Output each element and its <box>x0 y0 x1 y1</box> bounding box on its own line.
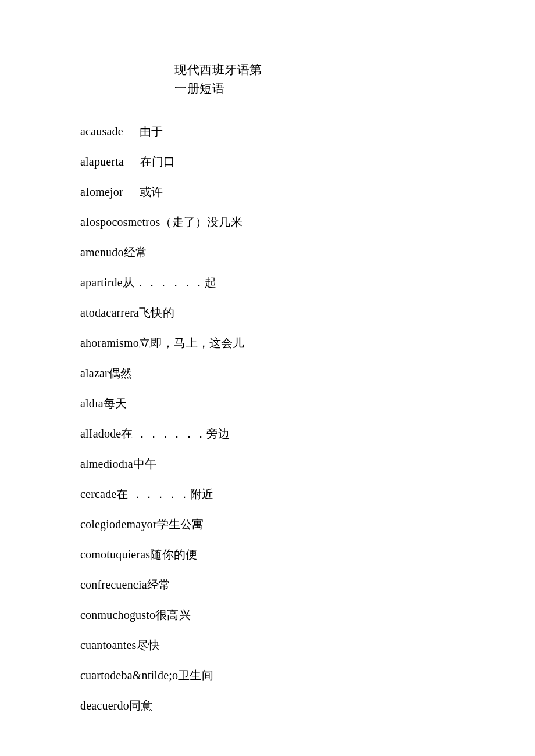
term: cercade <box>80 488 116 500</box>
document-title: 现代西班牙语第 一册短语 <box>174 61 455 98</box>
vocabulary-entry: apartirde从．．．．．．起 <box>80 275 455 289</box>
vocabulary-entry: almediodıa中午 <box>80 457 455 471</box>
term: conmuchogusto <box>80 608 155 621</box>
term: deacuerdo <box>80 699 129 712</box>
vocabulary-entry: ahoramismo立即，马上，这会儿 <box>80 336 455 350</box>
vocabulary-entry: comotuquieras随你的便 <box>80 547 455 561</box>
definition: 卫生间 <box>178 669 213 682</box>
definition: 或许 <box>140 185 163 198</box>
vocabulary-entry: aIospocosmetros（走了）没几米 <box>80 215 455 229</box>
term: amenudo <box>80 246 124 259</box>
definition: 很高兴 <box>155 608 191 621</box>
vocabulary-entry: confrecuencia经常 <box>80 578 455 592</box>
definition: 同意 <box>129 699 152 712</box>
vocabulary-list: acausade由于alapuerta在门口aIomejor或许aIospoco… <box>80 124 455 729</box>
vocabulary-entry: alIadode在 ．．．．．．旁边 <box>80 427 455 440</box>
vocabulary-entry: cuantoantes尽快 <box>80 638 455 652</box>
definition: 经常 <box>124 246 147 259</box>
term: alIadode <box>80 427 121 440</box>
term: alapuerta <box>80 155 124 168</box>
definition: 从．．．．．．起 <box>123 276 217 289</box>
term: aIomejor <box>80 185 123 198</box>
vocabulary-entry: acausade由于 <box>80 124 455 138</box>
term: apartirde <box>80 276 123 289</box>
vocabulary-entry: aIomejor或许 <box>80 185 455 199</box>
term: aIospocosmetros <box>80 216 160 228</box>
vocabulary-entry: aldıa每天 <box>80 396 455 410</box>
definition: 立即，马上，这会儿 <box>139 336 245 349</box>
definition: 中午 <box>133 457 156 470</box>
vocabulary-entry: alapuerta在门口 <box>80 155 455 169</box>
vocabulary-entry: amenudo经常 <box>80 245 455 259</box>
title-line-2: 一册短语 <box>174 80 455 98</box>
term: ahoramismo <box>80 336 139 349</box>
definition: 偶然 <box>109 367 132 379</box>
term: comotuquieras <box>80 548 150 561</box>
term: acausade <box>80 125 123 138</box>
vocabulary-entry: cuartodeba&ntilde;o卫生间 <box>80 668 455 682</box>
term: confrecuencia <box>80 578 147 591</box>
vocabulary-entry: cercade在 ．．．．．附近 <box>80 487 455 501</box>
definition: 每天 <box>104 397 127 410</box>
vocabulary-entry: alazar偶然 <box>80 366 455 380</box>
term: almediodıa <box>80 457 133 470</box>
vocabulary-entry: deacuerdo同意 <box>80 698 455 712</box>
definition: 经常 <box>147 578 170 591</box>
definition: 在门口 <box>140 155 176 168</box>
vocabulary-entry: atodacarrera飞快的 <box>80 306 455 320</box>
definition: 学生公寓 <box>157 518 204 531</box>
definition: 在 ．．．．．．旁边 <box>121 427 230 440</box>
term: cuantoantes <box>80 639 137 651</box>
title-line-1: 现代西班牙语第 <box>174 61 455 80</box>
term: atodacarrera <box>80 306 139 319</box>
term: colegiodemayor <box>80 518 157 531</box>
definition: （走了）没几米 <box>160 216 242 228</box>
term: cuartodeba&ntilde;o <box>80 669 178 682</box>
definition: 飞快的 <box>139 306 174 319</box>
term: alazar <box>80 367 109 379</box>
definition: 由于 <box>140 125 163 138</box>
vocabulary-entry: colegiodemayor学生公寓 <box>80 517 455 531</box>
document-page: 现代西班牙语第 一册短语 acausade由于alapuerta在门口aIome… <box>0 0 535 729</box>
term: aldıa <box>80 397 104 410</box>
definition: 在 ．．．．．附近 <box>116 488 213 500</box>
definition: 尽快 <box>137 639 160 651</box>
vocabulary-entry: conmuchogusto很高兴 <box>80 608 455 622</box>
definition: 随你的便 <box>150 548 197 561</box>
